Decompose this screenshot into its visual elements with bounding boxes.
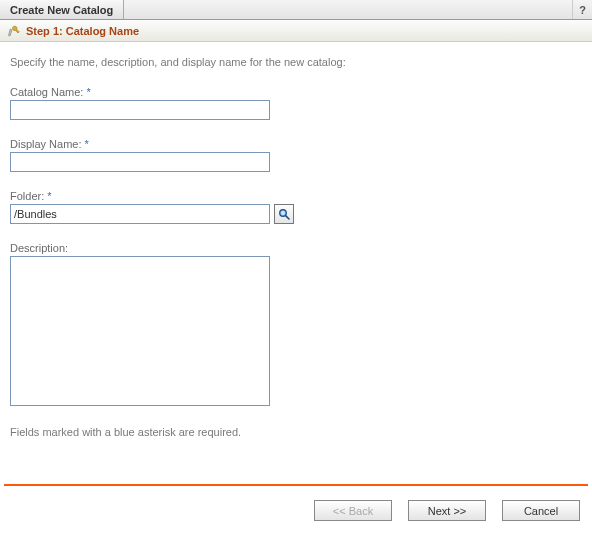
display-name-label: Display Name: * [10,138,582,150]
magnifier-icon [277,207,291,221]
title-spacer [124,0,572,19]
step-title: Step 1: Catalog Name [26,25,139,37]
description-input[interactable] [10,256,270,406]
separator-line [4,484,588,486]
catalog-name-label-text: Catalog Name: [10,86,83,98]
tools-icon [6,24,20,38]
folder-input[interactable] [10,204,270,224]
wizard-dialog: Create New Catalog ? Step 1: Catalog Nam… [0,0,592,535]
button-row: << Back Next >> Cancel [0,500,592,535]
description-label: Description: [10,242,582,254]
folder-label: Folder: * [10,190,582,202]
description-field: Description: [10,242,582,408]
dialog-title: Create New Catalog [0,0,124,19]
cancel-button[interactable]: Cancel [502,500,580,521]
catalog-name-input[interactable] [10,100,270,120]
catalog-name-label: Catalog Name: * [10,86,582,98]
title-bar: Create New Catalog ? [0,0,592,20]
catalog-name-field: Catalog Name: * [10,86,582,120]
display-name-label-text: Display Name: [10,138,82,150]
step-bar: Step 1: Catalog Name [0,20,592,42]
next-button[interactable]: Next >> [408,500,486,521]
display-name-field: Display Name: * [10,138,582,172]
back-button[interactable]: << Back [314,500,392,521]
required-asterisk: * [86,86,90,98]
instruction-text: Specify the name, description, and displ… [10,56,582,68]
browse-folder-button[interactable] [274,204,294,224]
svg-line-2 [286,216,289,219]
help-button[interactable]: ? [572,0,592,19]
folder-row [10,204,582,224]
folder-label-text: Folder: [10,190,44,202]
required-asterisk: * [47,190,51,202]
required-asterisk: * [85,138,89,150]
content-area: Specify the name, description, and displ… [0,42,592,484]
svg-point-1 [281,211,285,215]
display-name-input[interactable] [10,152,270,172]
required-note: Fields marked with a blue asterisk are r… [10,426,582,438]
folder-field: Folder: * [10,190,582,224]
